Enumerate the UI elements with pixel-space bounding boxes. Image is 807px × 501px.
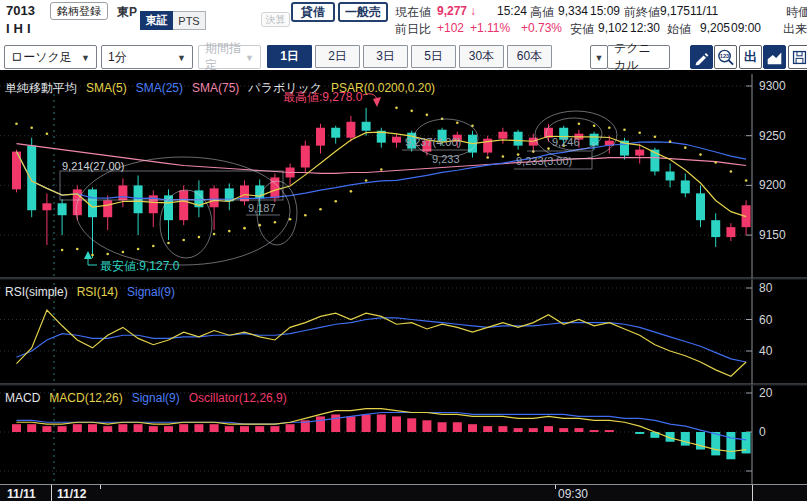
save-icon xyxy=(791,49,807,66)
axis-tick-label: 80 xyxy=(759,281,773,295)
chevron-down-icon xyxy=(177,50,186,64)
current-price-label: 現在値 xyxy=(395,4,431,21)
axis-tick-label: 9200 xyxy=(759,178,786,192)
chart-toolbar: ローソク足 1分 期間指定 1日2日3日5日30本60本 テクニカル 123 出 xyxy=(0,40,807,70)
range-button-group: 1日2日3日5日30本60本 xyxy=(267,45,555,68)
chart-area[interactable]: 93009250920091508060402009,214(27.00)9,1… xyxy=(0,74,807,484)
chart-canvas[interactable]: 93009250920091508060402009,214(27.00)9,1… xyxy=(0,74,807,484)
session-divider xyxy=(51,485,52,501)
session-date-label: 11/12 xyxy=(57,487,86,501)
technical-button[interactable]: テクニカル xyxy=(607,45,670,69)
volume-label: 出来 xyxy=(783,21,807,38)
price-annotation-label: 9,246 xyxy=(552,136,580,148)
axis-tick-label: 9300 xyxy=(759,79,786,93)
legend-item: Oscillator(12,26,9) xyxy=(189,391,287,405)
market-segment-label: 東P xyxy=(117,4,137,21)
range-button-4[interactable]: 5日 xyxy=(411,45,456,68)
legend-item: SMA(5) xyxy=(86,81,127,95)
chevron-down-icon xyxy=(81,50,90,64)
ippan-sell-button[interactable]: 一般売 xyxy=(338,2,388,22)
axis-tick xyxy=(100,485,101,489)
price-chart-legend: 単純移動平均SMA(5)SMA(25)SMA(75)パラボリックPSAR(0.0… xyxy=(5,80,444,97)
high-label: 高値 xyxy=(530,4,554,21)
legend-item: SMA(75) xyxy=(192,81,239,95)
interval-dropdown[interactable]: 1分 xyxy=(101,45,193,69)
area-chart-icon xyxy=(766,49,783,66)
price-annotation-label: 9,214(27.00) xyxy=(62,160,124,172)
register-symbol-button[interactable]: 銘柄登録 xyxy=(50,2,108,20)
trading-chart-app: { "colors": { "up": "#f2386b", "down": "… xyxy=(0,0,807,501)
draw-pencil-button[interactable] xyxy=(690,45,713,69)
low-label: 安値 xyxy=(570,21,594,38)
svg-text:123: 123 xyxy=(720,53,730,59)
chart-type-dropdown[interactable]: ローソク足 xyxy=(4,45,97,69)
technical-label: テクニカル xyxy=(614,40,663,74)
time-axis: 11/11 11/12 09:30 xyxy=(0,484,807,501)
change-percent: +1.11% xyxy=(470,21,510,35)
change-label: 前日比 xyxy=(395,21,431,38)
prev-close: 9,175 xyxy=(660,4,690,18)
axis-tick-label: 9250 xyxy=(759,129,786,143)
prev-close-date: 11/11 xyxy=(690,4,718,18)
low-price: 9,102 xyxy=(598,21,628,35)
exchange-tab-tse[interactable]: 東証 xyxy=(140,11,173,30)
legend-item: パラボリック xyxy=(248,81,322,95)
export-icon: 出 xyxy=(744,48,757,66)
axis-border xyxy=(752,485,753,501)
open-price: 9,205 xyxy=(700,21,730,35)
price-direction-arrow-icon: ↓ xyxy=(470,4,476,18)
more-ranges-dropdown[interactable] xyxy=(590,45,608,69)
price-annotation-label: 9,237(4.00) xyxy=(405,136,461,148)
axis-tick-label: 9150 xyxy=(759,228,786,242)
rsi-legend: RSI(simple)RSI(14)Signal(9) xyxy=(5,285,184,299)
time-label: 09:30 xyxy=(558,487,588,501)
current-price-time: 15:24 xyxy=(497,4,527,18)
axis-tick-label: 60 xyxy=(759,313,773,327)
open-label: 始値 xyxy=(667,21,691,38)
range-button-5[interactable]: 30本 xyxy=(459,45,504,68)
legend-item: MACD xyxy=(5,391,40,405)
legend-item: RSI(14) xyxy=(77,285,118,299)
axis-tick xyxy=(555,485,556,489)
pencil-icon xyxy=(693,49,710,66)
change-value: +102 xyxy=(437,21,464,35)
market-cap-label: 時価 xyxy=(786,4,807,21)
period-dropdown: 期間指定 xyxy=(198,45,261,69)
exchange-toggle: 東証 PTS xyxy=(140,11,206,30)
period-placeholder: 期間指定 xyxy=(205,40,245,74)
macd-legend: MACDMACD(12,26)Signal(9)Oscillator(12,26… xyxy=(5,391,296,405)
macd-oscillator-bars xyxy=(12,414,751,459)
legend-item: RSI(simple) xyxy=(5,285,68,299)
session-date-label: 11/11 xyxy=(7,487,36,501)
exchange-tab-pts[interactable]: PTS xyxy=(173,11,206,30)
axis-tick-label: 0 xyxy=(759,425,766,439)
price-annotation-label: 9,187 xyxy=(248,202,276,214)
quote-header: 7013 IHI 銘柄登録 東P 東証 PTS 決算 貸借 一般売 現在値 9,… xyxy=(0,0,807,40)
legend-item: PSAR(0.0200,0.20) xyxy=(331,81,435,95)
chart-style-button[interactable] xyxy=(763,45,786,69)
legend-item: SMA(25) xyxy=(136,81,183,95)
legend-item: 単純移動平均 xyxy=(5,81,77,95)
stock-code: 7013 xyxy=(6,3,35,18)
range-button-3[interactable]: 3日 xyxy=(363,45,408,68)
export-button[interactable]: 出 xyxy=(739,45,762,69)
range-button-1[interactable]: 1日 xyxy=(267,45,312,68)
range-button-2[interactable]: 2日 xyxy=(315,45,360,68)
high-time: 15:09 xyxy=(590,4,620,18)
change-percent-2: +0.73% xyxy=(521,21,562,35)
open-time: 09:00 xyxy=(731,21,761,35)
price-annotation-label: 9,233(3.00) xyxy=(516,155,572,167)
candlestick-layer xyxy=(12,108,751,258)
prev-close-label: 前終値 xyxy=(624,4,660,21)
low-time: 12:30 xyxy=(630,21,660,35)
taishaku-button[interactable]: 貸借 xyxy=(291,2,335,22)
rsi-signal-line xyxy=(17,318,747,362)
interval-value: 1分 xyxy=(108,49,127,66)
kessan-button: 決算 xyxy=(261,12,290,27)
range-button-6[interactable]: 60本 xyxy=(507,45,552,68)
save-button[interactable] xyxy=(788,45,807,69)
axis-tick-label: 20 xyxy=(759,386,773,400)
chevron-down-icon xyxy=(245,50,254,64)
price-annotation-label: 9,233 xyxy=(432,153,460,165)
zoom-value-button[interactable]: 123 xyxy=(714,45,737,69)
